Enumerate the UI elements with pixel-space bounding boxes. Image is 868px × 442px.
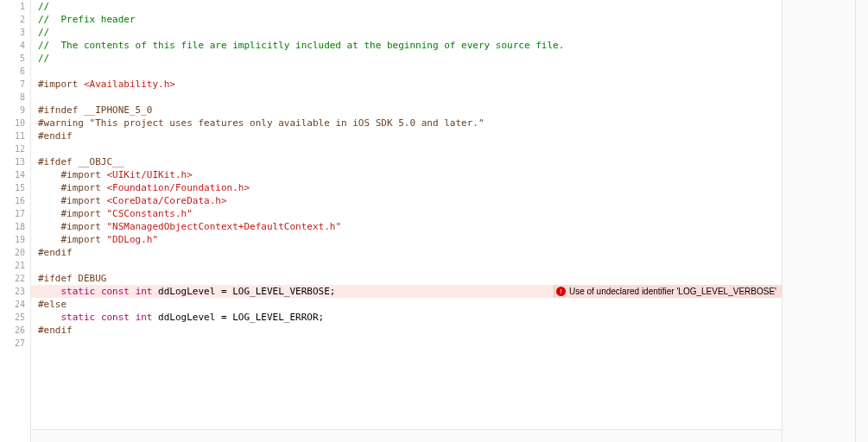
code-token [38,195,61,206]
code-token [38,286,61,297]
line-number: 16 [0,194,30,207]
code-line[interactable] [31,337,782,350]
code-token [130,286,136,297]
line-number: 19 [0,233,30,246]
line-number: 9 [0,104,30,117]
right-rail [782,0,855,442]
code-token: "NSManagedObjectContext+DefaultContext.h… [106,221,341,232]
code-token: static [61,312,96,323]
code-line[interactable]: // The contents of this file are implici… [31,39,782,52]
code-token [38,182,61,193]
vertical-scrollbar[interactable] [855,0,868,442]
code-token: static [61,286,96,297]
line-number: 15 [0,181,30,194]
code-line[interactable]: #import <Availability.h> [31,78,782,91]
line-number: 8 [0,91,30,104]
code-line[interactable]: #import <Foundation/Foundation.h> [31,181,782,194]
error-icon: ! [556,287,566,296]
line-number: 17 [0,207,30,220]
code-token: const [101,286,130,297]
code-line[interactable] [31,142,782,155]
code-token [130,312,136,323]
code-line[interactable]: static const int ddLogLevel = LOG_LEVEL_… [31,285,782,298]
line-number: 1 [0,0,30,13]
line-number: 27 [0,337,30,350]
line-number: 22 [0,272,30,285]
code-token [38,208,61,219]
code-token: #endif [38,130,73,142]
code-line[interactable]: #endif [31,129,782,142]
code-token: #import [38,79,84,90]
code-token: #endif [38,325,73,336]
code-token: #import [61,208,107,219]
code-token: #ifdef [38,156,78,167]
line-number: 5 [0,52,30,65]
code-line[interactable]: // [31,52,782,65]
code-line[interactable] [31,259,782,272]
code-token: #import [61,182,107,193]
code-token: <CoreData/CoreData.h> [106,195,226,206]
code-line[interactable] [31,91,782,104]
code-token [38,234,61,245]
code-token: // [38,27,49,38]
line-number: 11 [0,129,30,142]
code-line[interactable]: #import <CoreData/CoreData.h> [31,194,782,207]
code-token: __OBJC__ [78,156,124,167]
code-line[interactable]: #ifndef __IPHONE_5_0 [31,104,782,117]
code-token: <Foundation/Foundation.h> [106,182,250,193]
code-line[interactable]: // [31,0,782,13]
line-number: 4 [0,39,30,52]
code-token: #import [61,221,107,232]
line-number: 13 [0,155,30,168]
code-token: ddLogLevel = LOG_LEVEL_ERROR; [153,312,325,323]
code-token: ddLogLevel = LOG_LEVEL_VERBOSE; [153,286,336,297]
code-token: DEBUG [78,273,106,284]
code-token: #else [38,299,67,310]
line-number: 3 [0,26,30,39]
code-token: #import [61,234,107,245]
line-number: 18 [0,220,30,233]
code-editor[interactable]: 1234567891011121314151617181920212223242… [0,0,782,442]
line-number: 6 [0,65,30,78]
line-number: 12 [0,142,30,155]
code-token: "CSConstants.h" [106,208,192,219]
code-token [38,312,61,323]
code-line[interactable]: // Prefix header [31,13,782,26]
code-token: #import [61,169,107,180]
code-line[interactable]: #import "DDLog.h" [31,233,782,246]
code-token: const [101,312,130,323]
code-area[interactable]: //// Prefix header//// The contents of t… [31,0,782,442]
code-line[interactable]: #endif [31,246,782,259]
code-line[interactable]: #ifdef __OBJC__ [31,155,782,168]
line-number: 14 [0,168,30,181]
code-line[interactable]: #import "CSConstants.h" [31,207,782,220]
code-token: #warning [38,117,90,129]
code-line[interactable]: #endif [31,324,782,337]
line-number: 7 [0,78,30,91]
code-token: __IPHONE_5_0 [84,104,152,116]
code-line[interactable]: #import "NSManagedObjectContext+DefaultC… [31,220,782,233]
code-token [38,169,61,180]
line-number: 2 [0,13,30,26]
code-line[interactable]: #import <UIKit/UIKit.h> [31,168,782,181]
inline-error-badge[interactable]: !Use of undeclared identifier 'LOG_LEVEL… [554,285,782,298]
horizontal-scrollbar[interactable] [31,429,782,442]
line-number: 23 [0,285,30,298]
code-token: int [136,312,153,323]
code-line[interactable]: #warning "This project uses features onl… [31,117,782,129]
code-line[interactable] [31,65,782,78]
code-line[interactable]: static const int ddLogLevel = LOG_LEVEL_… [31,311,782,324]
code-line[interactable]: #ifdef DEBUG [31,272,782,285]
code-line[interactable]: #else [31,298,782,311]
code-line[interactable]: // [31,26,782,39]
code-token: // Prefix header [38,14,136,25]
code-token: // [38,1,49,12]
line-number: 21 [0,259,30,272]
code-token: <UIKit/UIKit.h> [106,169,192,180]
code-token: #endif [38,247,73,258]
code-token: #ifndef [38,104,84,116]
code-token: #import [61,195,107,206]
code-token [95,312,101,323]
code-token: #ifdef [38,273,78,284]
code-token [95,286,101,297]
